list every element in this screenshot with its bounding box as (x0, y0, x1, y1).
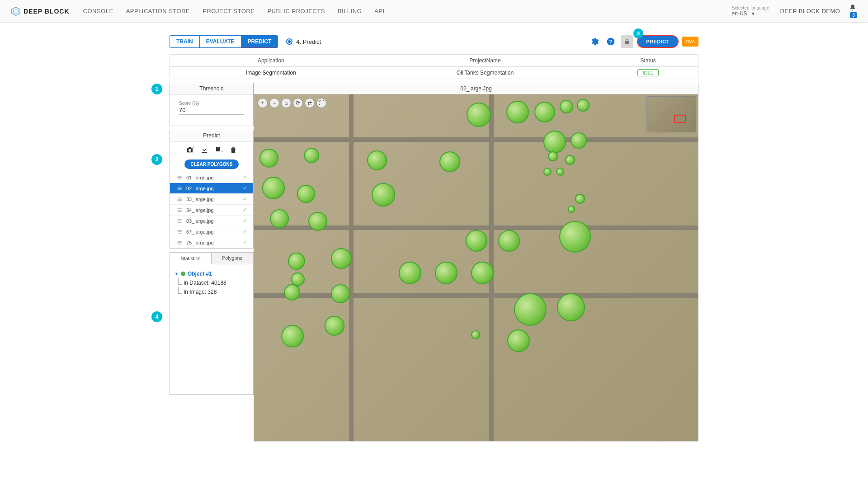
nav-billing[interactable]: BILLING (338, 8, 362, 14)
detection (325, 316, 344, 336)
nav-console[interactable]: CONSOLE (83, 8, 113, 14)
keyboard-icon (684, 38, 696, 45)
image-list-item[interactable]: 75_large.jpg ✓ (170, 237, 253, 248)
check-icon: ✓ (243, 196, 247, 202)
callout-4: 4 (151, 311, 162, 322)
detection (308, 212, 327, 231)
detection (568, 206, 575, 213)
detection (270, 209, 289, 228)
check-icon: ✓ (243, 207, 247, 213)
image-name: 33_large.jpg (186, 197, 214, 202)
clear-polygons-button[interactable]: CLEAR POLYGONS (184, 160, 239, 169)
nav-public-projects[interactable]: PUBLIC PROJECTS (267, 8, 325, 14)
svg-rect-10 (686, 42, 687, 42)
detection (466, 230, 487, 252)
viewer-title: 02_large.Jpg (254, 83, 698, 94)
logo[interactable]: DEEP BLOCK (11, 6, 70, 16)
add-image-icon[interactable]: + (215, 146, 223, 154)
image-list[interactable]: 61_large.jpg ✓ 02_large.jpg ✓ 33_large.j… (170, 172, 253, 248)
keyboard-button[interactable] (682, 37, 698, 47)
nav-app-store[interactable]: APPLICATION STORE (126, 8, 190, 14)
language-selector[interactable]: Selected language en-US ▾ (732, 5, 769, 17)
detection (548, 151, 558, 161)
detection (556, 168, 564, 176)
predict-button[interactable]: 3 PREDICT (637, 35, 679, 48)
svg-rect-12 (694, 42, 695, 42)
check-icon: ✓ (243, 229, 247, 235)
check-icon: ✓ (243, 174, 247, 180)
score-input[interactable]: 70 (179, 106, 244, 115)
lock-button[interactable] (621, 35, 633, 48)
viewer-tools: + − ⌂ ⟳ ⇄ ⛶ (258, 98, 326, 108)
settings-button[interactable] (588, 35, 601, 48)
object-entry[interactable]: ▼ Object #1 (175, 271, 249, 277)
notifications[interactable]: 3 (849, 4, 857, 18)
image-list-item[interactable]: 67_large.jpg ✓ (170, 226, 253, 237)
lock-icon (624, 38, 630, 45)
image-name: 34_large.jpg (186, 207, 214, 213)
chevron-down-icon: ▾ (752, 10, 755, 17)
tab-predict[interactable]: PREDICT (241, 36, 278, 47)
detection (514, 293, 547, 326)
detection (560, 100, 573, 113)
detection (304, 148, 319, 163)
detection (288, 253, 305, 270)
tab-polygons[interactable]: Polygons (212, 253, 253, 264)
image-list-item[interactable]: 03_large.jpg ✓ (170, 216, 253, 226)
fullscreen-button[interactable]: ⛶ (316, 98, 326, 108)
detection (435, 262, 458, 284)
image-name: 67_large.jpg (186, 229, 214, 235)
status-badge: IDLE (637, 69, 658, 76)
content: 1 2 4 Threshold Score (%) 70 Predict + + (170, 83, 698, 441)
image-list-item[interactable]: 34_large.jpg ✓ (170, 205, 253, 216)
stats-panel: Statistics Polygons ▼ Object #1 In Datas… (170, 252, 254, 395)
detection (543, 131, 566, 153)
detection (297, 185, 315, 203)
tab-train[interactable]: TRAIN (170, 36, 200, 47)
nav-project-store[interactable]: PROJECT STORE (203, 8, 255, 14)
help-icon: ? (606, 37, 615, 46)
image-list-item[interactable]: 61_large.jpg ✓ (170, 172, 253, 183)
trash-icon[interactable] (229, 146, 237, 154)
swap-button[interactable]: ⇄ (305, 98, 315, 108)
zoom-in-button[interactable]: + (258, 98, 268, 108)
check-icon: ✓ (243, 218, 247, 224)
image-name: 61_large.jpg (186, 175, 214, 180)
tab-evaluate[interactable]: EVALUATE (200, 36, 241, 47)
image-list-item[interactable]: 02_large.jpg ✓ (170, 183, 253, 194)
home-button[interactable]: ⌂ (281, 98, 291, 108)
detection (565, 155, 575, 165)
detection (399, 262, 421, 284)
detection (577, 99, 590, 112)
svg-text:+: + (192, 146, 194, 149)
step-dot-icon (286, 38, 292, 45)
svg-rect-5 (686, 40, 687, 41)
camera-icon[interactable]: + (186, 146, 194, 154)
refresh-button[interactable]: ⟳ (293, 98, 303, 108)
step-text: 4. Predict (296, 38, 321, 45)
zoom-out-button[interactable]: − (269, 98, 279, 108)
viewer-canvas[interactable]: + − ⌂ ⟳ ⇄ ⛶ (254, 94, 698, 441)
left-column: Threshold Score (%) 70 Predict + + CLEAR… (170, 83, 254, 441)
detection (331, 248, 352, 269)
help-button[interactable]: ? (604, 35, 617, 48)
callout-1: 1 (151, 84, 162, 94)
detection (543, 168, 552, 176)
minimap[interactable] (646, 96, 696, 132)
svg-rect-7 (689, 40, 690, 41)
detection (439, 151, 460, 172)
logo-icon (11, 6, 21, 16)
check-icon: ✓ (243, 239, 247, 245)
download-icon[interactable] (200, 146, 208, 154)
tab-statistics[interactable]: Statistics (170, 253, 212, 264)
user-name[interactable]: DEEP BLOCK DEMO (780, 8, 840, 14)
svg-rect-8 (691, 40, 692, 41)
col-application: Application (170, 55, 372, 67)
col-status: Status (598, 55, 698, 67)
image-list-item[interactable]: 33_large.jpg ✓ (170, 194, 253, 205)
detection (262, 177, 285, 199)
nav-api[interactable]: API (374, 8, 384, 14)
main: TRAIN EVALUATE PREDICT 4. Predict ? 3 PR… (170, 23, 698, 441)
detection (575, 194, 585, 204)
val-project-name: Oil Tanks Segmentation (372, 67, 599, 79)
